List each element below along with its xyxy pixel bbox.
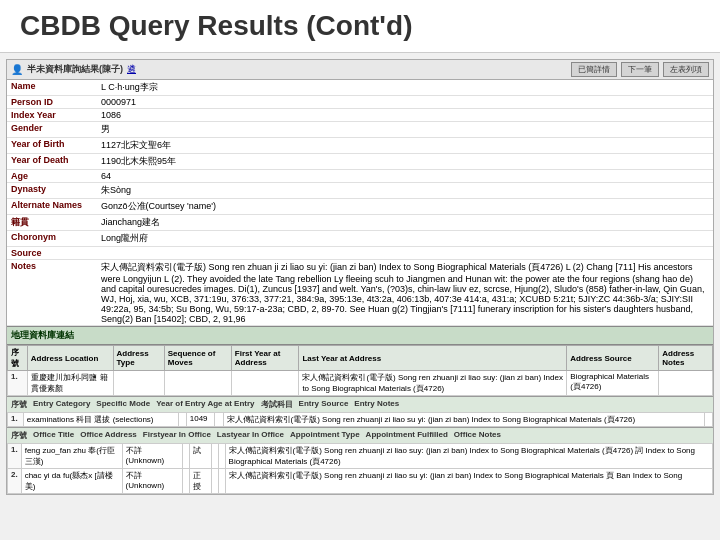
top-bar-title: 半未資料庫詢結果(陳子)	[27, 63, 123, 76]
person-info-table: Name L C·h·ung李宗 Person ID 0000971 Index…	[7, 80, 713, 326]
field-label: Name	[7, 80, 97, 96]
title-cell: feng zuo_fan zhu 奉(行臣三漢)	[21, 444, 122, 469]
field-value: L C·h·ung李宗	[97, 80, 713, 96]
mode-cell	[178, 413, 186, 427]
person-field-row: Gender 男	[7, 122, 713, 138]
notes-cell	[704, 413, 712, 427]
source-cell: 宋人傳記資料索引(電子版) Song ren zhuanji zi liao s…	[223, 413, 704, 427]
field-value: Jianchang建名	[97, 215, 713, 231]
sequence-cell	[164, 371, 231, 396]
person-field-row: Dynasty 朱Sòng	[7, 183, 713, 199]
field-label: Alternate Names	[7, 199, 97, 215]
subject-cell	[215, 413, 223, 427]
notes-cell	[659, 371, 713, 396]
person-field-row: Choronym Long隴州府	[7, 231, 713, 247]
field-label: 籍貫	[7, 215, 97, 231]
last-cell: 試	[190, 444, 212, 469]
person-field-row: Age 64	[7, 170, 713, 183]
top-bar: 👤 半未資料庫詢結果(陳子) 遴 已簡詳情 下一筆 左表列項	[7, 60, 713, 80]
fulfilled-cell	[218, 444, 225, 469]
section3-subheader-row: 序號 Office Title Office Address Firstyear…	[11, 430, 709, 441]
field-value: 宋人傳記資料索引(電子版) Song ren zhuan ji zi liao …	[97, 260, 713, 326]
seq-cell: 2.	[8, 469, 22, 494]
field-value: Gonzō公准(Courtsey 'name')	[97, 199, 713, 215]
address-cell: 不詳 (Unknown)	[122, 444, 183, 469]
address-col-header: Last Year at Address	[299, 346, 567, 371]
field-value: 1086	[97, 109, 713, 122]
year-cell: 1049	[186, 413, 215, 427]
person-field-row: Year of Death 1190北木朱熙95年	[7, 154, 713, 170]
field-value: 1190北木朱熙95年	[97, 154, 713, 170]
top-bar-link[interactable]: 遴	[127, 63, 136, 76]
field-label: Index Year	[7, 109, 97, 122]
field-label: Person ID	[7, 96, 97, 109]
category-cell: examinations 科目 選拔 (selections)	[23, 413, 178, 427]
address-col-header: Address Source	[567, 346, 659, 371]
list-button[interactable]: 左表列項	[663, 62, 709, 77]
section2-subheader: 序號 Entry Category Specific Mode Year of …	[7, 396, 713, 412]
first-year-cell	[231, 371, 299, 396]
field-label: Dynasty	[7, 183, 97, 199]
page-title: CBDB Query Results (Cont'd)	[20, 10, 700, 42]
address-cell: 不詳 (Unknown)	[122, 469, 183, 494]
person-field-row: Notes 宋人傳記資料索引(電子版) Song ren zhuan ji zi…	[7, 260, 713, 326]
section1-header: 地理資料庫連結	[7, 326, 713, 345]
first-cell	[183, 469, 190, 494]
person-field-row: 籍貫 Jianchang建名	[7, 215, 713, 231]
seq-cell: 1.	[8, 444, 22, 469]
seq-cell: 1.	[8, 371, 28, 396]
address-row: 1. 重慶建川加利-同鹽 籍貫優素顏 宋人傳記資料索引(電子版) Song re…	[8, 371, 713, 396]
person-icon: 👤	[11, 64, 23, 75]
field-value: 朱Sòng	[97, 183, 713, 199]
field-label: Year of Death	[7, 154, 97, 170]
field-value: Long隴州府	[97, 231, 713, 247]
section2-subheader-row: 序號 Entry Category Specific Mode Year of …	[11, 399, 709, 410]
person-field-row: Source	[7, 247, 713, 260]
detail-button[interactable]: 已簡詳情	[571, 62, 617, 77]
last-year-cell: 宋人傳記資料索引(電子版) Song ren zhuanji zi liao s…	[299, 371, 567, 396]
next-button[interactable]: 下一筆	[621, 62, 659, 77]
field-value: 男	[97, 122, 713, 138]
main-content: 👤 半未資料庫詢結果(陳子) 遴 已簡詳情 下一筆 左表列項 Name L C·…	[6, 59, 714, 495]
field-label: Source	[7, 247, 97, 260]
fulfilled-cell	[218, 469, 225, 494]
person-field-row: Person ID 0000971	[7, 96, 713, 109]
office-table: 1. feng zuo_fan zhu 奉(行臣三漢) 不詳 (Unknown)…	[7, 443, 713, 494]
field-value: 0000971	[97, 96, 713, 109]
top-bar-right: 已簡詳情 下一筆 左表列項	[571, 62, 709, 77]
field-value	[97, 247, 713, 260]
address-col-header: 序號	[8, 346, 28, 371]
address-col-header: Address Notes	[659, 346, 713, 371]
notes-cell: 宋人傳記資料索引(電子版) Song ren zhuanji zi liao s…	[225, 469, 712, 494]
entry-table: 1. examinations 科目 選拔 (selections) 1049 …	[7, 412, 713, 427]
person-field-row: Index Year 1086	[7, 109, 713, 122]
appt-type-cell	[211, 469, 218, 494]
section3-subheader: 序號 Office Title Office Address Firstyear…	[7, 427, 713, 443]
address-col-header: Address Type	[113, 346, 164, 371]
person-field-row: Name L C·h·ung李宗	[7, 80, 713, 96]
field-label: Gender	[7, 122, 97, 138]
address-col-header: First Year at Address	[231, 346, 299, 371]
last-cell: 正授	[190, 469, 212, 494]
office-row: 2. chac yi da fu(縣杰x [請楼 美) 不詳 (Unknown)…	[8, 469, 713, 494]
notes-cell: 宋人傳記資料索引(電子版) Song ren zhuanji zi liao s…	[225, 444, 712, 469]
entry-row: 1. examinations 科目 選拔 (selections) 1049 …	[8, 413, 713, 427]
seq-cell: 1.	[8, 413, 24, 427]
field-label: Year of Birth	[7, 138, 97, 154]
address-table: 序號Address LocationAddress TypeSequence o…	[7, 345, 713, 396]
field-label: Choronym	[7, 231, 97, 247]
source-cell: Biographical Materials (頁4726)	[567, 371, 659, 396]
type-cell	[113, 371, 164, 396]
address-col-header: Address Location	[27, 346, 113, 371]
person-field-row: Year of Birth 1127北宋文聖6年	[7, 138, 713, 154]
address-col-header: Sequence of Moves	[164, 346, 231, 371]
person-field-row: Alternate Names Gonzō公准(Courtsey 'name')	[7, 199, 713, 215]
top-bar-left: 👤 半未資料庫詢結果(陳子) 遴	[11, 63, 136, 76]
first-cell	[183, 444, 190, 469]
field-label: Notes	[7, 260, 97, 326]
appt-type-cell	[211, 444, 218, 469]
office-row: 1. feng zuo_fan zhu 奉(行臣三漢) 不詳 (Unknown)…	[8, 444, 713, 469]
location-cell: 重慶建川加利-同鹽 籍貫優素顏	[27, 371, 113, 396]
field-label: Age	[7, 170, 97, 183]
field-value: 64	[97, 170, 713, 183]
